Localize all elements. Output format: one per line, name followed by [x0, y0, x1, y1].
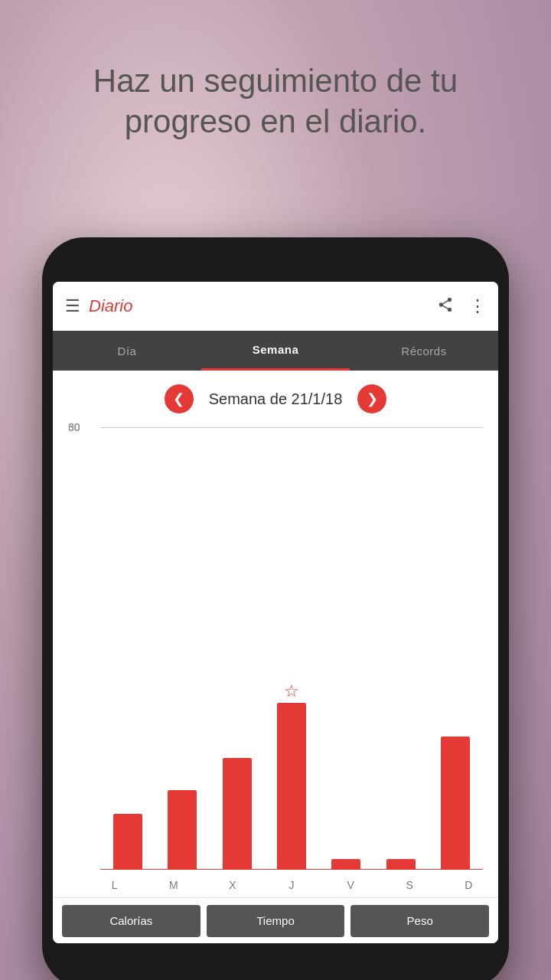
chart-bar [223, 758, 252, 870]
y-axis-label: 30 [68, 421, 80, 433]
peso-button[interactable]: Peso [350, 905, 489, 937]
appbar-actions: ⋮ [437, 296, 486, 317]
bar-col [319, 427, 373, 870]
tab-semana[interactable]: Semana [201, 331, 350, 371]
prev-week-button[interactable]: ❮ [165, 384, 194, 413]
bottom-filter-buttons: Calorías Tiempo Peso [53, 897, 498, 943]
headline-text: Haz un seguimiento de tu progreso en el … [31, 61, 520, 142]
more-options-icon[interactable]: ⋮ [469, 298, 486, 315]
chart-container: ❮ Semana de 21/1/18 ❯ 6030☆ LMXJVSD [53, 371, 498, 897]
star-marker: ☆ [284, 683, 299, 700]
phone-screen: ☰ Diario ⋮ Día Semana Récords ❮ Semana [53, 282, 498, 943]
x-axis-day-label: V [321, 879, 380, 891]
bar-col [210, 427, 264, 870]
x-axis-day-label: D [439, 879, 498, 891]
bar-col: ☆ [264, 427, 318, 870]
x-axis-day-label: X [203, 879, 262, 891]
menu-icon[interactable]: ☰ [65, 296, 80, 316]
bar-col [100, 427, 155, 870]
x-axis-day-label: M [144, 879, 203, 891]
chart-bar [386, 859, 416, 870]
headline-section: Haz un seguimiento de tu progreso en el … [0, 61, 551, 142]
next-week-button[interactable]: ❯ [357, 384, 386, 413]
tiempo-button[interactable]: Tiempo [207, 905, 345, 937]
tab-bar: Día Semana Récords [53, 331, 498, 371]
week-nav: ❮ Semana de 21/1/18 ❯ [53, 371, 498, 427]
chart-bar [277, 703, 306, 870]
x-axis-day-label: S [380, 879, 439, 891]
appbar: ☰ Diario ⋮ [53, 282, 498, 331]
bar-col [429, 427, 483, 870]
x-axis-day-label: L [85, 879, 144, 891]
x-axis-day-label: J [262, 879, 321, 891]
chart-bar [441, 737, 470, 870]
week-label: Semana de 21/1/18 [209, 390, 343, 408]
bars-row: ☆ [100, 427, 483, 870]
tab-dia[interactable]: Día [53, 331, 201, 371]
bar-col [373, 427, 428, 870]
phone-shell: ☰ Diario ⋮ Día Semana Récords ❮ Semana [42, 237, 509, 980]
app-title: Diario [89, 296, 437, 316]
tab-records[interactable]: Récords [350, 331, 498, 371]
bar-col [155, 427, 209, 870]
share-icon[interactable] [437, 296, 454, 317]
chart-bar [113, 814, 142, 870]
calorias-button[interactable]: Calorías [62, 905, 201, 937]
chart-inner: 6030☆ [68, 427, 483, 897]
chart-bar [168, 790, 197, 870]
chart-area: 6030☆ LMXJVSD [53, 427, 498, 897]
chart-bar [331, 859, 360, 870]
x-axis-labels: LMXJVSD [85, 879, 498, 891]
